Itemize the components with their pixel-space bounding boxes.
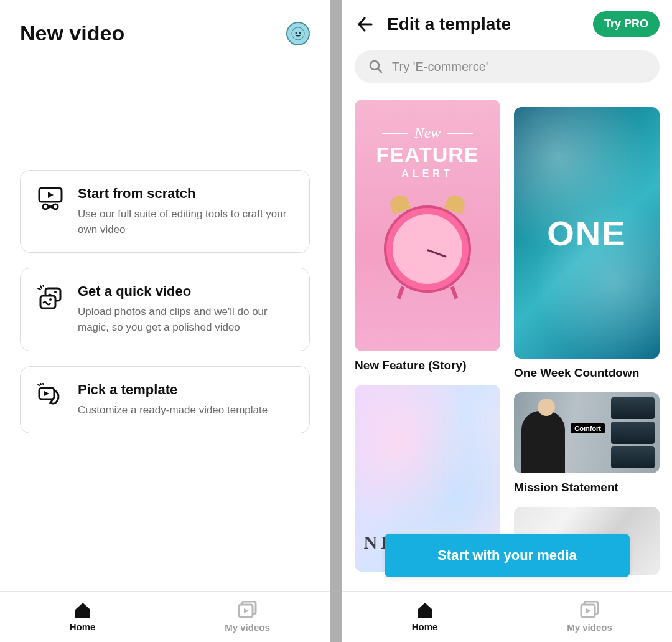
new-video-screen: New video: [0, 0, 330, 642]
template-text: ONE: [547, 213, 626, 253]
template-text: ALERT: [401, 168, 453, 179]
card-title: Get a quick video: [78, 283, 293, 300]
svg-point-12: [49, 298, 52, 301]
nav-home[interactable]: Home: [0, 592, 165, 642]
svg-point-6: [53, 204, 58, 209]
svg-line-19: [378, 68, 381, 72]
nav-label: Home: [70, 621, 96, 632]
nav-my-videos[interactable]: My videos: [165, 592, 330, 642]
card-desc: Use our full suite of editing tools to c…: [78, 207, 293, 237]
quick-video-card[interactable]: Get a quick video Upload photos and clip…: [20, 268, 310, 351]
quick-video-icon: [37, 283, 64, 335]
videos-icon: [580, 601, 600, 620]
start-with-media-button[interactable]: Start with your media: [385, 534, 630, 577]
try-pro-button[interactable]: Try PRO: [593, 11, 660, 37]
arrow-left-icon: [357, 16, 374, 33]
home-icon: [73, 602, 92, 619]
template-icon: [37, 382, 64, 418]
svg-point-0: [292, 27, 304, 39]
card-desc: Customize a ready-made video template: [78, 403, 293, 418]
svg-point-2: [299, 32, 301, 34]
clock-illustration: [384, 205, 471, 293]
template-label: Mission Statement: [514, 481, 660, 494]
svg-point-10: [54, 291, 57, 293]
search-input[interactable]: [392, 60, 646, 74]
start-from-scratch-card[interactable]: Start from scratch Use our full suite of…: [20, 170, 310, 253]
template-label: One Week Countdown: [514, 366, 660, 380]
back-button[interactable]: [355, 14, 376, 35]
svg-point-5: [43, 204, 48, 209]
template-mission-statement[interactable]: Comfort: [514, 392, 660, 473]
template-badge: Comfort: [571, 423, 605, 433]
home-icon: [416, 602, 434, 619]
svg-marker-4: [48, 192, 54, 198]
card-title: Start from scratch: [78, 186, 293, 202]
nav-label: Home: [412, 621, 438, 632]
svg-rect-11: [40, 296, 55, 308]
template-text: New: [414, 125, 441, 141]
nav-home[interactable]: Home: [342, 592, 507, 642]
scratch-icon: [37, 186, 64, 237]
svg-point-1: [296, 32, 297, 34]
nav-label: My videos: [225, 622, 270, 633]
svg-marker-14: [44, 391, 49, 396]
template-text: FEATURE: [376, 143, 478, 167]
card-desc: Upload photos and clips and we'll do our…: [78, 304, 293, 335]
card-title: Pick a template: [78, 382, 293, 398]
nav-label: My videos: [567, 622, 612, 633]
template-one-week-countdown[interactable]: ONE: [514, 107, 660, 359]
search-icon: [368, 59, 383, 74]
nav-my-videos[interactable]: My videos: [507, 592, 672, 642]
videos-icon: [238, 601, 258, 620]
bottom-nav: Home My videos: [342, 591, 672, 642]
edit-template-screen: Edit a template Try PRO New: [342, 0, 672, 642]
template-label: New Feature (Story): [355, 359, 500, 372]
template-new-feature[interactable]: New FEATURE ALERT: [355, 100, 500, 351]
avatar[interactable]: [286, 22, 310, 45]
pick-template-card[interactable]: Pick a template Customize a ready-made v…: [20, 366, 310, 434]
search-field[interactable]: [355, 50, 660, 83]
page-title: Edit a template: [387, 14, 582, 34]
avatar-face-icon: [291, 27, 305, 40]
bottom-nav: Home My videos: [0, 591, 330, 642]
page-title: New video: [20, 21, 124, 45]
